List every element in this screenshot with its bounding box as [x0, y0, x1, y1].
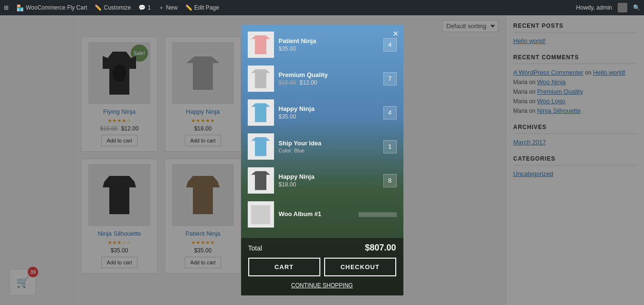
cart-item-info: Happy Ninja $18.00 — [279, 173, 383, 188]
site-name-item[interactable]: 🏪 WooCommerce Fly Cart — [16, 4, 87, 11]
cart-item-info: Woo Album #1 — [279, 210, 359, 218]
wp-icon: ⊞ — [4, 4, 9, 11]
new-label: New — [166, 4, 178, 11]
cart-item-info: Premium Quality $15.00 $12.00 — [279, 71, 383, 86]
edit-page-label: Edit Page — [194, 4, 219, 11]
cart-item-qty: 4 — [383, 38, 397, 52]
cart-item-info: Happy Ninja $35.00 — [279, 105, 383, 120]
cart-footer: Total $807.00 CART CHECKOUT CONTINUE SHO… — [241, 238, 403, 295]
cart-item-price: $18.00 — [279, 181, 383, 188]
cart-item: Happy Ninja $18.00 8 — [246, 165, 399, 196]
customize-label: Customize — [104, 4, 131, 11]
product-thumbnail-icon — [251, 69, 270, 88]
cart-item: Premium Quality $15.00 $12.00 7 — [246, 64, 399, 94]
cart-item-name: Happy Ninja — [279, 105, 383, 112]
cart-item-thumbnail — [248, 167, 274, 194]
cart-item-info: Patient Ninja $35.00 — [279, 37, 383, 52]
cart-item-info: Ship Your Idea Color: Blue — [279, 140, 383, 153]
cart-item-thumbnail — [248, 32, 274, 58]
avatar — [618, 3, 627, 12]
price-old: $15.00 — [279, 79, 296, 86]
cart-item: Patient Ninja $35.00 4 — [246, 30, 399, 60]
cart-item-thumbnail — [248, 201, 274, 228]
continue-shopping-button[interactable]: CONTINUE SHOPPING — [248, 280, 396, 291]
customize-item[interactable]: ✏️ Customize — [95, 4, 131, 11]
cart-item-qty: 8 — [383, 174, 397, 187]
cart-item-name: Woo Album #1 — [279, 210, 359, 218]
cart-item-color: Color: Blue — [279, 148, 383, 153]
admin-bar: ⊞ 🏪 WooCommerce Fly Cart ✏️ Customize 💬 … — [0, 0, 644, 15]
cart-item-qty: 7 — [383, 72, 397, 86]
cart-item: Happy Ninja $35.00 4 — [246, 98, 399, 128]
product-thumbnail-icon — [251, 137, 270, 156]
cart-item-name: Ship Your Idea — [279, 140, 383, 147]
cart-total: Total $807.00 — [248, 243, 396, 253]
cart-item-price: $35.00 — [279, 113, 383, 120]
product-thumbnail-icon — [251, 205, 270, 224]
howdy-text: Howdy, admin — [576, 4, 612, 11]
cart-item-qty: 4 — [383, 106, 397, 120]
product-thumbnail-icon — [251, 103, 270, 122]
total-amount: $807.00 — [365, 243, 396, 253]
page-background: Default sorting Sale! Flying Ninja ★★★★☆… — [0, 15, 644, 305]
site-name-label: WooCommerce Fly Cart — [26, 4, 87, 11]
search-icon[interactable]: 🔍 — [633, 4, 640, 11]
cart-item-thumbnail — [248, 133, 274, 160]
cart-buttons: CART CHECKOUT — [248, 258, 396, 276]
fly-cart-modal: × Patient Ninja $35.00 4 — [241, 25, 403, 295]
price-current: $12.00 — [300, 79, 317, 86]
scroll-indicator — [359, 212, 397, 217]
cart-item-thumbnail — [248, 99, 274, 126]
comments-item[interactable]: 💬 1 — [138, 4, 151, 11]
new-item[interactable]: ＋ New — [158, 4, 178, 12]
cart-item-name: Patient Ninja — [279, 37, 383, 44]
total-label: Total — [248, 244, 263, 252]
close-button[interactable]: × — [393, 29, 399, 38]
cart-item-name: Premium Quality — [279, 71, 383, 78]
cart-item-price: $15.00 $12.00 — [279, 79, 383, 86]
cart-item-qty: 1 — [383, 140, 397, 153]
cart-item: Ship Your Idea Color: Blue 1 — [246, 131, 399, 162]
product-thumbnail-icon — [251, 171, 270, 190]
fly-cart-overlay: × Patient Ninja $35.00 4 — [0, 15, 644, 305]
cart-items-list: Patient Ninja $35.00 4 Premium Quality $… — [241, 25, 403, 238]
comments-count: 1 — [148, 4, 151, 11]
product-thumbnail-icon — [251, 35, 270, 54]
cart-button[interactable]: CART — [248, 258, 320, 276]
edit-page-item[interactable]: ✏️ Edit Page — [185, 4, 219, 11]
cart-item: Woo Album #1 — [246, 199, 399, 229]
cart-item-price: $35.00 — [279, 45, 383, 52]
checkout-button[interactable]: CHECKOUT — [324, 258, 396, 276]
wp-logo[interactable]: ⊞ — [4, 4, 9, 11]
cart-item-name: Happy Ninja — [279, 173, 383, 180]
cart-item-thumbnail — [248, 65, 274, 92]
admin-bar-right: Howdy, admin 🔍 — [576, 3, 640, 12]
